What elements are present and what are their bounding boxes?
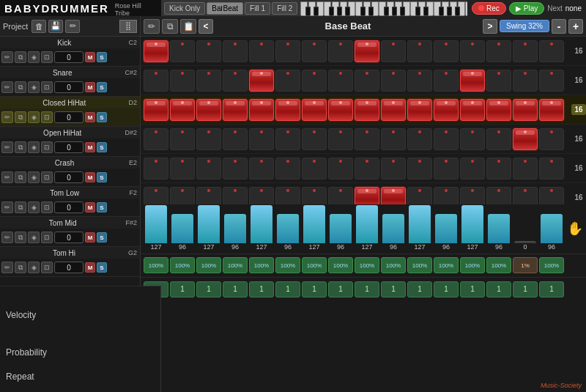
chihat-cell-13[interactable]: [460, 99, 485, 121]
crash-pencil[interactable]: ✏: [1, 171, 13, 183]
prob-cell-5[interactable]: 100%: [249, 257, 274, 273]
crash-fx[interactable]: ◈: [28, 171, 40, 183]
repeat-cell-10[interactable]: 1: [381, 281, 406, 297]
ohihat-cell-9[interactable]: [355, 128, 379, 150]
ohihat-cell-15[interactable]: [513, 128, 538, 150]
plus-btn[interactable]: +: [568, 19, 583, 34]
vel-bar-1[interactable]: 127: [144, 202, 168, 251]
repeat-cell-4[interactable]: 1: [223, 281, 248, 297]
vel-bar-16[interactable]: 96: [539, 202, 564, 251]
chihat-solo[interactable]: S: [97, 112, 107, 122]
repeat-cell-7[interactable]: 1: [302, 281, 327, 297]
kick-copy[interactable]: ⧉: [15, 51, 26, 63]
repeat-cell-8[interactable]: 1: [328, 281, 353, 297]
nav-next-btn[interactable]: >: [483, 19, 497, 34]
crash-mute[interactable]: M: [85, 172, 95, 182]
kick-cell-4[interactable]: [223, 40, 248, 62]
vel-bar-2[interactable]: 96: [170, 202, 195, 251]
chihat-cell-7[interactable]: [302, 99, 327, 121]
snare-cell-8[interactable]: [328, 70, 353, 92]
vel-bar-12[interactable]: 96: [434, 202, 459, 251]
copy-tool-btn[interactable]: ⧉: [162, 19, 178, 34]
prob-cell-4[interactable]: 100%: [223, 257, 248, 273]
tomhi-copy[interactable]: ⧉: [15, 262, 26, 273]
kick-cell-7[interactable]: [302, 40, 327, 62]
tomlow-copy[interactable]: ⧉: [15, 201, 26, 213]
snare-cell-6[interactable]: [275, 70, 300, 92]
repeat-cell-13[interactable]: 1: [460, 281, 485, 297]
ohihat-pencil[interactable]: ✏: [1, 141, 13, 153]
repeat-cell-16[interactable]: 1: [539, 281, 564, 297]
kick-cell-12[interactable]: [434, 40, 459, 62]
snare-solo[interactable]: S: [97, 82, 107, 92]
crash-cell-16[interactable]: [539, 158, 564, 180]
prob-cell-9[interactable]: 100%: [355, 257, 379, 273]
prob-cell-12[interactable]: 100%: [434, 257, 459, 273]
tomhi-solo[interactable]: S: [97, 262, 107, 273]
kick-cell-8[interactable]: [328, 40, 353, 62]
pattern-base-beat[interactable]: BaⅠBeat: [207, 2, 243, 15]
repeat-cell-14[interactable]: 1: [486, 281, 511, 297]
ohihat-mute[interactable]: M: [85, 142, 95, 152]
snare-cell-1[interactable]: [144, 70, 168, 92]
chihat-cell-8[interactable]: [328, 99, 353, 121]
tommid-vol[interactable]: ⊡: [41, 232, 53, 243]
crash-cell-2[interactable]: [170, 158, 195, 180]
chihat-cell-3[interactable]: [196, 99, 221, 121]
repeat-cell-6[interactable]: 1: [275, 281, 300, 297]
tommid-solo[interactable]: S: [97, 232, 107, 243]
ohihat-cell-8[interactable]: [328, 128, 353, 150]
tomhi-mute[interactable]: M: [85, 262, 95, 273]
kick-cell-2[interactable]: [170, 40, 195, 62]
prob-cell-3[interactable]: 100%: [196, 257, 221, 273]
snare-cell-9[interactable]: [355, 70, 379, 92]
crash-vol[interactable]: ⊡: [41, 171, 53, 183]
snare-cell-10[interactable]: [381, 70, 406, 92]
chihat-cell-2[interactable]: [170, 99, 195, 121]
vel-bar-15[interactable]: 0: [513, 202, 538, 251]
tomlow-vol[interactable]: ⊡: [41, 201, 53, 213]
crash-cell-6[interactable]: [275, 158, 300, 180]
tomlow-solo[interactable]: S: [97, 202, 107, 212]
vel-bar-14[interactable]: 96: [486, 202, 511, 251]
ohihat-cell-11[interactable]: [407, 128, 432, 150]
prob-cell-6[interactable]: 100%: [275, 257, 300, 273]
chihat-cell-16[interactable]: [539, 99, 564, 121]
crash-copy[interactable]: ⧉: [15, 171, 26, 183]
chihat-mute[interactable]: M: [85, 112, 95, 122]
chihat-cell-10[interactable]: [381, 99, 406, 121]
crash-cell-11[interactable]: [407, 158, 432, 180]
swing-btn[interactable]: Swing 32%: [500, 20, 549, 32]
project-save-btn[interactable]: 💾: [48, 20, 63, 33]
chihat-cell-4[interactable]: [223, 99, 248, 121]
chihat-pencil[interactable]: ✏: [1, 111, 13, 123]
tomhi-pencil[interactable]: ✏: [1, 262, 13, 273]
project-edit-btn[interactable]: ✏: [65, 20, 80, 33]
vel-bar-11[interactable]: 127: [407, 202, 432, 251]
kick-cell-14[interactable]: [486, 40, 511, 62]
crash-cell-7[interactable]: [302, 158, 327, 180]
snare-mute[interactable]: M: [85, 82, 95, 92]
ohihat-cell-13[interactable]: [460, 128, 485, 150]
snare-cell-2[interactable]: [170, 70, 195, 92]
vel-bar-6[interactable]: 96: [275, 202, 300, 251]
tommid-pencil[interactable]: ✏: [1, 232, 13, 243]
prob-cell-1[interactable]: 100%: [144, 257, 168, 273]
ohihat-vol[interactable]: ⊡: [41, 141, 53, 153]
prob-cell-16[interactable]: 100%: [539, 257, 564, 273]
snare-pencil[interactable]: ✏: [1, 81, 13, 93]
prob-cell-10[interactable]: 100%: [381, 257, 406, 273]
snare-cell-3[interactable]: [196, 70, 221, 92]
kick-cell-3[interactable]: [196, 40, 221, 62]
chihat-vol[interactable]: ⊡: [41, 111, 53, 123]
tommid-fx[interactable]: ◈: [28, 232, 40, 243]
prob-cell-11[interactable]: 100%: [407, 257, 432, 273]
pattern-kick-only[interactable]: Kick Only: [164, 2, 205, 15]
prob-cell-8[interactable]: 100%: [328, 257, 353, 273]
prob-cell-15[interactable]: 1%: [513, 257, 538, 273]
ohihat-solo[interactable]: S: [97, 142, 107, 152]
repeat-cell-15[interactable]: 1: [513, 281, 538, 297]
nav-prev-btn[interactable]: <: [199, 19, 213, 34]
ohihat-fx[interactable]: ◈: [28, 141, 40, 153]
kick-solo[interactable]: S: [97, 52, 107, 62]
